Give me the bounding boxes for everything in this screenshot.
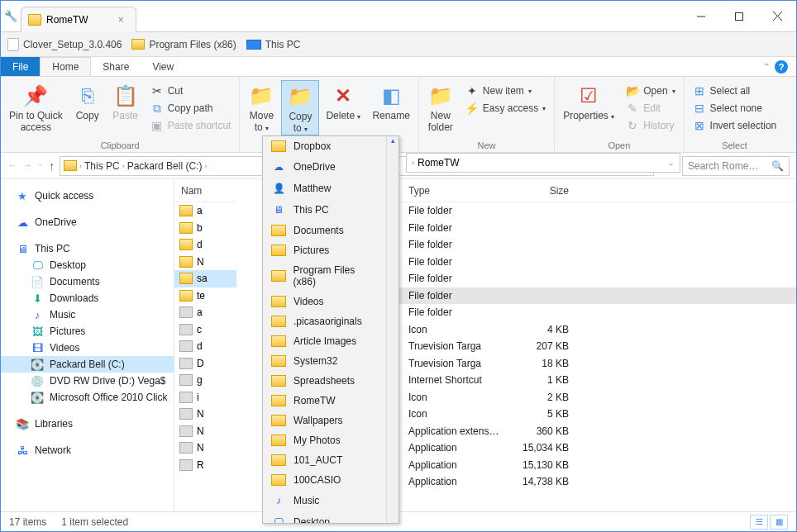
list-item[interactable]: g [174,372,236,389]
status-item-count: 17 items [9,516,46,528]
list-item[interactable]: a [174,304,236,321]
tree-desktop[interactable]: 🖵Desktop [1,257,174,273]
recent-dropdown[interactable]: ⌄ [37,159,44,173]
clover-tab[interactable]: RomeTW × [21,7,136,32]
maximize-button[interactable] [720,1,758,31]
dropdown-item[interactable]: Program Files (x86) [263,260,386,292]
list-item[interactable]: R [174,457,236,474]
copy-button[interactable]: ⎘Copy [69,80,106,122]
content-breadcrumb[interactable]: › RomeTW ⌄ [406,153,680,173]
folder-icon [28,14,41,26]
new-folder-button[interactable]: 📁New folder [422,80,459,134]
list-item[interactable]: sa [174,270,236,287]
chevron-up-icon[interactable]: ⌃ [763,62,770,71]
tree-music[interactable]: ♪Music [1,306,174,323]
column-header-type[interactable]: Type [402,185,509,197]
folder-icon [271,435,286,446]
dropdown-item[interactable]: System32 [263,351,386,371]
dropdown-item[interactable]: My Photos [263,430,386,450]
close-button[interactable] [758,1,796,31]
list-item[interactable]: a [174,202,236,220]
group-open: ☑Properties ▾ 📂Open▾ ✎Edit ↻History Open [555,77,684,152]
chevron-down-icon[interactable]: ⌄ [668,159,675,167]
tree-pictures[interactable]: 🖼Pictures [1,323,174,340]
select-none-button[interactable]: ⊟Select none [688,101,782,116]
dropdown-item[interactable]: .picasaoriginals [263,311,386,331]
tree-drive-d[interactable]: 💿DVD RW Drive (D:) Vega$ [1,373,174,389]
breadcrumb-item[interactable]: This PC [84,160,120,172]
move-to-button[interactable]: 📁Move to ▾ [243,80,279,134]
cut-button[interactable]: ✂Cut [146,83,236,98]
tree-downloads[interactable]: ⬇Downloads [1,290,174,306]
minimize-button[interactable] [682,1,720,31]
scroll-up-icon[interactable]: ▴ [387,136,398,150]
column-header-name[interactable]: Nam [174,179,236,202]
list-item[interactable]: N [174,254,236,271]
new-item-button[interactable]: ✦New item▾ [461,83,551,98]
delete-button[interactable]: ✕Delete ▾ [321,80,365,122]
pin-quick-access-button[interactable]: 📌Pin to Quick access [4,80,68,134]
dropdown-item[interactable]: ☁OneDrive [263,156,386,178]
list-item[interactable]: D [174,355,236,373]
dropdown-item[interactable]: 101_AUCT [263,450,386,470]
tree-onedrive[interactable]: ☁OneDrive [1,214,174,230]
tab-home[interactable]: Home [40,57,91,76]
tab-view[interactable]: View [141,57,185,76]
tree-office[interactable]: 💽Microsoft Office 2010 Click-to-Run (Pro… [1,389,174,406]
tree-quick-access[interactable]: ★Quick access [1,188,174,204]
list-item[interactable]: i [174,389,236,406]
dropdown-item[interactable]: 🖵Desktop [263,511,386,524]
view-details-button[interactable]: ☰ [750,515,768,530]
dropdown-item[interactable]: Article Images [263,331,386,351]
invert-selection-button[interactable]: ⊠Invert selection [688,118,782,133]
tree-this-pc[interactable]: 🖥This PC [1,240,174,257]
dropdown-item[interactable]: 100CASIO [263,470,386,490]
bookmark-program-files[interactable]: Program Files (x86) [131,39,236,50]
tab-share[interactable]: Share [91,57,141,76]
column-header-size[interactable]: Size [509,185,575,197]
dropdown-item[interactable]: 🖥This PC [263,199,386,221]
up-button[interactable]: ↑ [49,159,55,173]
list-item[interactable]: d [174,236,236,254]
list-item[interactable]: te [174,287,236,305]
rename-button[interactable]: ◧Rename [367,80,414,122]
tree-documents[interactable]: 📄Documents [1,273,174,290]
folder-icon [271,225,286,236]
tree-libraries[interactable]: 📚Libraries [1,416,174,432]
copy-path-button[interactable]: ⧉Copy path [146,101,236,116]
dropdown-item[interactable]: Pictures [263,240,386,260]
help-icon[interactable]: ? [775,60,788,74]
dropdown-item[interactable]: Documents [263,221,386,240]
dropdown-item[interactable]: ♪Music [263,490,386,511]
view-icons-button[interactable]: ▦ [770,515,788,530]
open-button[interactable]: 📂Open▾ [621,83,680,98]
list-item[interactable]: N [174,439,236,457]
dropdown-item[interactable]: Spreadsheets [263,371,386,391]
tab-file[interactable]: File [1,57,40,76]
dropdown-item[interactable]: 👤Matthew [263,178,386,199]
tree-drive-c[interactable]: 💽Packard Bell (C:) [1,356,174,373]
easy-access-button[interactable]: ⚡Easy access▾ [461,101,551,116]
search-input[interactable]: Search Rome… 🔍 [682,156,790,176]
dropdown-item[interactable]: RomeTW [263,391,386,411]
scrollbar[interactable]: ▴ [386,136,398,523]
select-all-button[interactable]: ⊞Select all [688,83,782,98]
wrench-icon[interactable]: 🔧 [4,10,17,22]
tree-videos[interactable]: 🎞Videos [1,340,174,356]
tree-network[interactable]: 🖧Network [1,442,174,458]
list-item[interactable]: N [174,406,236,423]
dropdown-item[interactable]: Dropbox [263,136,386,156]
user-icon: 👤 [271,182,286,195]
properties-button[interactable]: ☑Properties ▾ [558,80,619,122]
dropdown-item[interactable]: Wallpapers [263,411,386,430]
copy-to-button[interactable]: 📁Copy to ▾ [281,80,319,135]
tab-close-icon[interactable]: × [118,14,124,26]
list-item[interactable]: c [174,321,236,339]
list-item[interactable]: d [174,338,236,355]
dropdown-item[interactable]: Videos [263,292,386,311]
bookmark-clover[interactable]: Clover_Setup_3.0.406 [7,38,122,51]
bookmark-this-pc[interactable]: This PC [246,39,301,50]
list-item[interactable]: b [174,220,236,237]
breadcrumb-item[interactable]: Packard Bell (C:) [127,160,203,172]
list-item[interactable]: N [174,423,236,440]
